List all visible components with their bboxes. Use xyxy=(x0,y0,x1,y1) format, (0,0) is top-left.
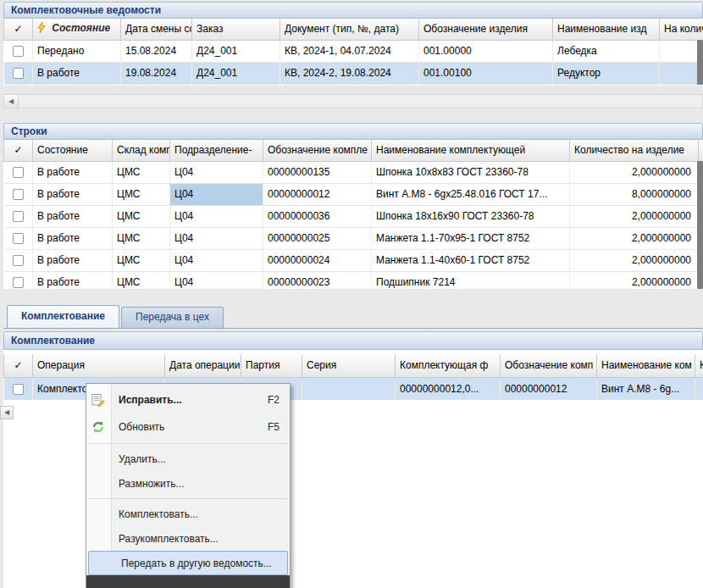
cell[interactable]: Манжета 1.1-40x60-1 ГОСТ 8752 xyxy=(372,249,570,271)
cell[interactable]: 00000000025 xyxy=(263,227,372,249)
scroll-left-button[interactable]: ◀ xyxy=(0,406,14,419)
cell[interactable]: Винт А.М8 - 6gх25.48.016 ГОСТ 17... xyxy=(372,183,570,205)
cell[interactable]: 00000000135 xyxy=(263,161,372,183)
cell[interactable]: ЦМС xyxy=(113,161,170,183)
column-header-designation[interactable]: Обозначение комп xyxy=(501,354,597,377)
cell[interactable]: В работе xyxy=(33,249,113,271)
cell[interactable]: 001.00000 xyxy=(419,40,553,62)
column-header-document[interactable]: Документ (тип, №, дата) xyxy=(280,19,419,40)
tab-peredacha-v-ceh[interactable]: Передача в цех xyxy=(121,307,224,328)
checkbox-cell[interactable] xyxy=(4,161,33,183)
cell[interactable]: 00000000012,0... xyxy=(396,377,501,400)
table-row[interactable]: В работе ЦМС Ц04 00000000012 Винт А.М8 -… xyxy=(4,183,703,205)
row-checkbox[interactable] xyxy=(13,277,24,288)
cell[interactable]: Ц04 xyxy=(170,161,263,183)
cell[interactable] xyxy=(695,377,703,400)
cell[interactable]: 8,000000000 xyxy=(570,183,699,205)
table-row[interactable]: В работе ЦМС Ц04 00000000024 Манжета 1.1… xyxy=(4,249,703,271)
column-header-name[interactable]: Наименование изд xyxy=(553,19,660,40)
cell[interactable]: В работе xyxy=(33,183,113,205)
current-cell[interactable]: 19.08.2024 xyxy=(121,62,192,84)
horizontal-scrollbar[interactable]: ◀ xyxy=(3,94,703,108)
cell[interactable]: Лебедка xyxy=(553,40,660,62)
cell[interactable]: КВ, 2024-2, 19.08.2024 xyxy=(280,62,419,84)
column-header-date[interactable]: Дата операции xyxy=(165,354,241,377)
cell[interactable]: В работе xyxy=(33,271,113,289)
row-checkbox[interactable] xyxy=(13,255,24,266)
row-checkbox[interactable] xyxy=(13,68,24,79)
tab-komplektovanie[interactable]: Комплектование xyxy=(7,305,119,328)
cell[interactable]: Ц04 xyxy=(170,249,263,271)
table-row[interactable]: В работе ЦМС Ц04 00000000036 Шпонка 18x1… xyxy=(4,205,703,227)
cell[interactable]: Редуктор xyxy=(553,62,660,84)
row-checkbox[interactable] xyxy=(13,211,24,222)
cell[interactable]: Д24_001 xyxy=(192,40,280,62)
column-header-designation[interactable]: Обозначение компле xyxy=(263,140,372,161)
menu-item-disassemble[interactable]: Разукомплектовать... xyxy=(86,526,290,551)
cell[interactable]: Винт А.М8 - 6g... xyxy=(597,377,695,400)
cell[interactable]: Шпонка 18x16x90 ГОСТ 23360-78 xyxy=(372,205,570,227)
column-header-component[interactable]: Комплектующая ф xyxy=(396,354,501,377)
cell[interactable]: Передано xyxy=(33,40,121,62)
checkbox-cell[interactable] xyxy=(4,227,33,249)
cell[interactable]: 2,000000000 xyxy=(570,227,699,249)
column-header-qty[interactable]: К xyxy=(695,354,703,377)
cell[interactable]: Ц04 xyxy=(170,205,263,227)
column-header-name[interactable]: Наименование ком xyxy=(597,354,695,377)
cell[interactable]: 001.00100 xyxy=(419,62,553,84)
cell[interactable]: ЦМС xyxy=(113,205,170,227)
cell[interactable]: ЦМС xyxy=(113,249,170,271)
menu-item-duplicate[interactable]: Размножить... xyxy=(86,471,290,496)
select-all-header[interactable]: ✓ xyxy=(4,354,33,377)
cell[interactable]: 00000000012 xyxy=(263,183,372,205)
row-checkbox[interactable] xyxy=(13,233,24,244)
cell[interactable]: 2,000000000 xyxy=(570,161,699,183)
row-checkbox[interactable] xyxy=(13,46,24,57)
current-cell[interactable]: Ц04 xyxy=(170,183,263,205)
checkbox-cell[interactable] xyxy=(4,249,33,271)
cell[interactable]: Манжета 1.1-70x95-1 ГОСТ 8752 xyxy=(372,227,570,249)
checkbox-cell[interactable] xyxy=(4,62,33,84)
select-all-header[interactable]: ✓ xyxy=(4,140,33,161)
row-checkbox[interactable] xyxy=(13,167,24,178)
menu-item-refresh[interactable]: Обновить F5 xyxy=(86,413,290,441)
column-header-operation[interactable]: Операция xyxy=(33,354,165,377)
row-checkbox[interactable] xyxy=(13,384,24,395)
cell[interactable]: КВ, 2024-1, 04.07.2024 xyxy=(280,40,419,62)
cell[interactable]: ЦМС xyxy=(113,227,170,249)
cell[interactable]: В работе xyxy=(33,62,121,84)
vertical-scrollbar[interactable] xyxy=(697,161,703,289)
cell[interactable]: В работе xyxy=(33,205,113,227)
cell[interactable]: 00000000024 xyxy=(263,249,372,271)
select-all-header[interactable]: ✓ xyxy=(4,19,33,40)
column-header-date[interactable]: Дата смены сост xyxy=(121,19,192,40)
cell[interactable] xyxy=(302,377,396,400)
column-header-series[interactable]: Серия xyxy=(302,354,396,377)
table-row[interactable]: В работе ЦМС Ц04 00000000135 Шпонка 10x8… xyxy=(4,161,703,183)
column-header-component-name[interactable]: Наименование комплектующей xyxy=(372,140,570,161)
cell[interactable]: Шпонка 10x8x83 ГОСТ 23360-78 xyxy=(372,161,570,183)
menu-item-edit[interactable]: Исправить... F2 xyxy=(86,386,290,413)
table-row[interactable]: Передано 15.08.2024 Д24_001 КВ, 2024-1, … xyxy=(4,40,703,62)
cell[interactable]: Ц04 xyxy=(170,227,263,249)
column-header-order[interactable]: Заказ xyxy=(192,19,280,40)
table-row[interactable]: В работе ЦМС Ц04 00000000025 Манжета 1.1… xyxy=(4,227,703,249)
column-header-qty[interactable]: Количество на изделие xyxy=(570,140,699,161)
cell[interactable]: ЦМС xyxy=(113,183,170,205)
cell[interactable]: 00000000036 xyxy=(263,205,372,227)
cell[interactable]: 15.08.2024 xyxy=(121,40,192,62)
cell[interactable]: 00000000023 xyxy=(263,271,372,289)
menu-item-assemble[interactable]: Комплектовать... xyxy=(86,502,290,526)
column-header-warehouse[interactable]: Склад комп xyxy=(113,140,170,161)
column-header-state[interactable]: Состояние xyxy=(33,19,121,40)
column-header-designation[interactable]: Обозначение изделия xyxy=(419,19,553,40)
column-header-batch[interactable]: Партия xyxy=(241,354,302,377)
menu-item-delete[interactable]: Удалить... xyxy=(86,447,290,471)
column-header-qty[interactable]: На колич xyxy=(660,19,703,40)
cell[interactable]: В работе xyxy=(33,161,113,183)
column-header-state[interactable]: Состояние xyxy=(33,140,113,161)
row-checkbox[interactable] xyxy=(13,189,24,200)
cell[interactable]: 00000000012 xyxy=(501,377,597,400)
cell[interactable]: 2,000000000 xyxy=(570,249,699,271)
cell[interactable]: В работе xyxy=(33,227,113,249)
